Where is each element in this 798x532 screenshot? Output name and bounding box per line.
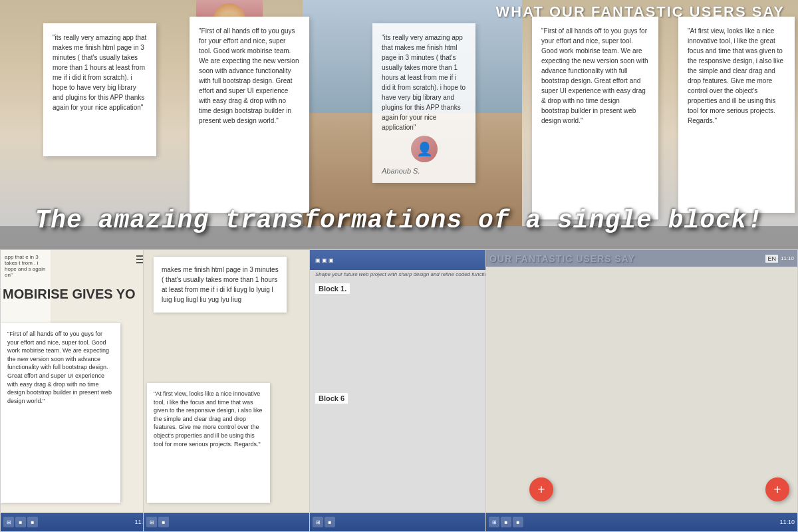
start-button[interactable]: ⊞	[3, 517, 14, 527]
testimonial-card-3: "its really very amazing app that makes …	[372, 23, 475, 183]
inner-card-screenshot-1: "First of all hands off to you guys for …	[1, 323, 120, 503]
taskbar-4: ⊞ ■ ■ 11:10	[486, 513, 797, 531]
taskbar-btn-4b[interactable]: ■	[513, 517, 523, 527]
taskbar-btn-4a[interactable]: ■	[501, 517, 511, 527]
block6-label: Block 6	[315, 393, 348, 404]
block1-label: Block 1.	[315, 283, 350, 294]
taskbar-btn-2[interactable]: ■	[158, 517, 169, 527]
time-4: 11:10	[781, 255, 794, 261]
avatar-3	[411, 136, 438, 162]
plus-button-2[interactable]: +	[765, 477, 789, 501]
big-text-heading: The amazing transformations of a single …	[0, 206, 798, 235]
start-btn-2[interactable]: ⊞	[146, 517, 157, 527]
mobirise-label: MOBIRISE GIVES YO	[3, 287, 136, 302]
start-btn-4[interactable]: ⊞	[489, 517, 499, 527]
app-topbar-text: ▣ ▣ ▣	[315, 257, 334, 263]
taskbar-1: ⊞ ■ ■ 11:05	[1, 513, 152, 531]
testimonial-card-4: "First of all hands off to you guys for …	[532, 17, 658, 219]
taskbar-btn-3[interactable]: ■	[325, 517, 335, 527]
big-text-banner: The amazing transformations of a single …	[0, 206, 798, 235]
testimonial-text-1: "its really very amazing app that makes …	[53, 33, 147, 112]
partial-text: app that e in 3 takes t from . i hope an…	[5, 254, 45, 278]
author-3: Abanoub S.	[382, 166, 466, 177]
app-screenshot-1: app that e in 3 takes t from . i hope an…	[0, 249, 153, 532]
testimonial-text-4: "First of all hands off to you guys for …	[541, 26, 649, 126]
background-collage: WHAT OUR FANTASTIC USERS SAY "its really…	[0, 0, 798, 532]
inner-card-screenshot-2: makes me finish html page in 3 minutes (…	[154, 257, 287, 313]
inner-card-2-screenshot-2: "At first view, looks like a nice innova…	[147, 383, 270, 503]
start-btn-3[interactable]: ⊞	[313, 517, 323, 527]
taskbar-time-4: 11:10	[779, 519, 795, 525]
plus-button-1[interactable]: +	[529, 477, 553, 501]
testimonial-card-5: "At first view, looks like a nice innova…	[678, 17, 795, 213]
lang-indicator-4[interactable]: EN	[765, 255, 778, 263]
taskbar-app[interactable]: ■	[15, 517, 26, 527]
testimonial-card-2: "First of all hands off to you guys for …	[190, 17, 309, 213]
testimonial-card-1: "its really very amazing app that makes …	[43, 23, 156, 156]
testimonial-text-5: "At first view, looks like a nice innova…	[688, 26, 785, 126]
taskbar-app-2[interactable]: ■	[27, 517, 38, 527]
testimonial-text-3: "its really very amazing app that makes …	[382, 33, 466, 132]
testimonial-text-2: "First of all hands off to you guys for …	[199, 26, 300, 126]
app-topbar-4: EN 11:10	[486, 250, 797, 267]
